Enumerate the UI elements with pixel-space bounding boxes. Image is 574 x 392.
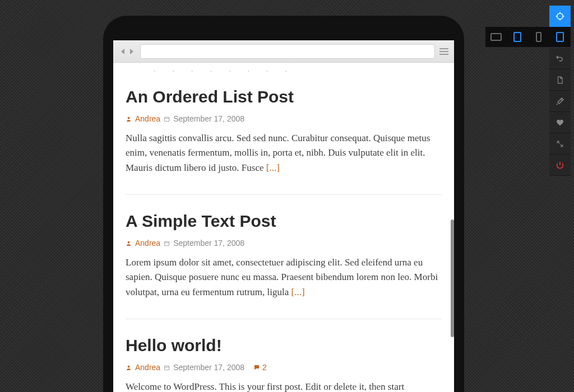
post-excerpt: Nulla sagittis convallis arcu. Sed sed n…: [126, 131, 442, 175]
post-title[interactable]: An Ordered List Post: [126, 87, 442, 106]
post-excerpt: Welcome to WordPress. This is your first…: [126, 380, 442, 392]
document-icon[interactable]: [549, 69, 571, 91]
device-selector: [485, 27, 571, 47]
post: A Simple Text Post Andrea September 17, …: [126, 195, 442, 319]
svg-rect-1: [165, 117, 169, 121]
author-icon: [126, 365, 132, 371]
page-content: ········ An Ordered List Post Andrea Sep…: [113, 63, 454, 392]
device-tablet-landscape-button[interactable]: [549, 27, 571, 47]
menu-icon[interactable]: [439, 48, 448, 55]
power-icon[interactable]: [549, 155, 571, 176]
post-date: September 17, 2008: [173, 114, 244, 123]
post-meta: Andrea September 17, 2008: [126, 114, 442, 123]
inspect-button[interactable]: [549, 6, 571, 27]
post-author[interactable]: Andrea: [135, 114, 160, 123]
author-icon: [126, 116, 132, 122]
forward-icon[interactable]: [128, 48, 136, 55]
post-title[interactable]: A Simple Text Post: [126, 212, 442, 231]
svg-point-3: [128, 241, 130, 243]
comments-link[interactable]: 2: [253, 363, 267, 372]
calendar-icon: [164, 365, 170, 371]
post-title[interactable]: Hello world!: [126, 336, 442, 355]
url-input[interactable]: [140, 44, 435, 59]
device-tablet-button[interactable]: [507, 27, 528, 47]
post-date: September 17, 2008: [173, 239, 244, 248]
author-icon: [126, 240, 132, 246]
undo-redo-icon[interactable]: [549, 48, 571, 69]
post-author[interactable]: Andrea: [135, 239, 160, 248]
post-excerpt: Lorem ipsum dolor sit amet, consectetuer…: [126, 255, 442, 300]
device-screen: ········ An Ordered List Post Andrea Sep…: [113, 40, 454, 392]
calendar-icon: [164, 240, 170, 246]
svg-point-9: [557, 13, 563, 20]
post: Hello world! Andrea September 17, 2008 2: [126, 319, 442, 392]
toolbar: [549, 6, 571, 27]
comments-count: 2: [262, 363, 267, 372]
svg-point-6: [128, 365, 130, 367]
heart-icon[interactable]: [549, 112, 571, 133]
post-date: September 17, 2008: [173, 363, 244, 372]
expand-icon[interactable]: [549, 133, 571, 155]
scrollbar-thumb[interactable]: [451, 220, 454, 337]
post-meta: Andrea September 17, 2008: [126, 239, 442, 248]
svg-rect-7: [165, 366, 169, 370]
tools-icon[interactable]: [549, 91, 571, 112]
post-author[interactable]: Andrea: [135, 363, 160, 372]
device-frame: ········ An Ordered List Post Andrea Sep…: [103, 16, 464, 392]
readmore-link[interactable]: [...]: [291, 287, 305, 297]
browser-chrome: [113, 40, 454, 63]
calendar-icon: [164, 116, 170, 122]
svg-rect-4: [165, 241, 169, 245]
svg-point-0: [128, 116, 130, 119]
device-phone-button[interactable]: [528, 27, 549, 47]
tool-column: [549, 48, 571, 176]
share-icon-row: ········: [126, 67, 442, 83]
back-icon[interactable]: [119, 48, 127, 55]
device-desktop-button[interactable]: [485, 27, 507, 47]
post-meta: Andrea September 17, 2008 2: [126, 363, 442, 372]
post: An Ordered List Post Andrea September 17…: [126, 83, 442, 195]
readmore-link[interactable]: [...]: [266, 162, 280, 173]
